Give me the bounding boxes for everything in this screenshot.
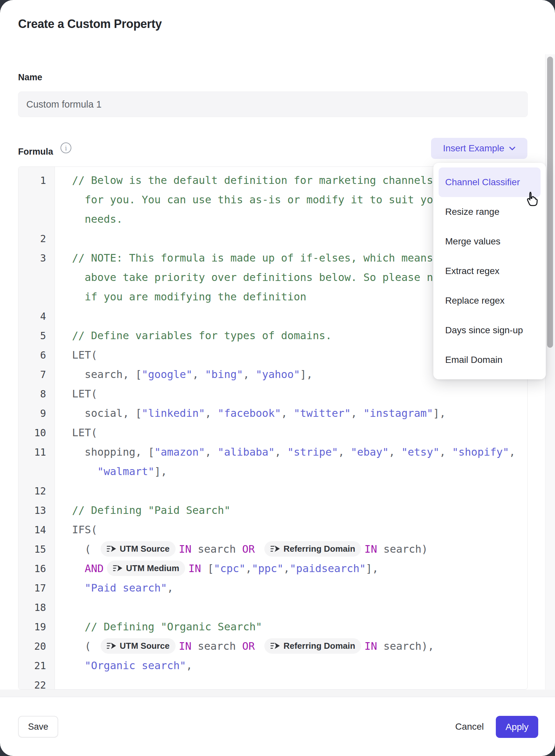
menu-item-merge-values[interactable]: Merge values (439, 227, 541, 256)
event-property-icon (270, 545, 280, 553)
property-chip-label: UTM Source (120, 539, 170, 559)
code-row[interactable]: 16AND UTM MediumIN ["cpc","ppc","paidsea… (18, 559, 527, 579)
line-number: 21 (18, 656, 54, 675)
line-number: 9 (18, 404, 54, 423)
line-number: 16 (18, 559, 54, 579)
line-number: 18 (18, 598, 54, 617)
line-number: 12 (18, 481, 54, 501)
code-line-content (54, 481, 527, 501)
event-property-icon (113, 564, 123, 572)
line-number: 13 (18, 501, 54, 520)
hand-cursor-icon (524, 191, 540, 208)
code-line-content: shopping, ["amazon", "alibaba", "stripe"… (54, 442, 527, 462)
code-row[interactable]: "walmart"], (18, 462, 527, 481)
menu-item-replace-regex[interactable]: Replace regex (439, 286, 541, 316)
code-row[interactable]: 18 (18, 598, 527, 617)
line-number (18, 287, 54, 307)
code-line-content: IFS( (54, 520, 527, 540)
code-row[interactable]: 17"Paid search", (18, 579, 527, 598)
property-chip-label: UTM Source (120, 636, 170, 656)
line-number (18, 190, 54, 209)
code-row[interactable]: 15( UTM SourceIN search OR Referring Dom… (18, 540, 527, 559)
modal-backdrop: Create a Custom Property Name Custom for… (0, 0, 555, 756)
code-line-content (54, 598, 527, 617)
insert-example-label: Insert Example (443, 143, 504, 154)
code-row[interactable]: 11shopping, ["amazon", "alibaba", "strip… (18, 442, 527, 462)
line-number: 22 (18, 675, 54, 689)
menu-item-extract-regex[interactable]: Extract regex (439, 256, 541, 286)
info-icon[interactable]: i (60, 143, 71, 153)
line-number: 4 (18, 307, 54, 326)
property-chip-label: Referring Domain (284, 636, 355, 656)
line-number (18, 268, 54, 287)
code-row[interactable]: 13// Defining "Paid Search" (18, 501, 527, 520)
vertical-scrollbar-track[interactable] (545, 54, 555, 689)
event-property-icon (270, 641, 280, 650)
code-line-content: LET( (54, 423, 527, 442)
line-number (18, 462, 54, 481)
line-number: 11 (18, 442, 54, 462)
code-line-content: ( UTM SourceIN search OR Referring Domai… (54, 540, 527, 559)
line-number: 15 (18, 540, 54, 559)
property-chip-label: Referring Domain (284, 539, 355, 559)
code-line-content: LET( (54, 384, 527, 404)
chevron-down-icon (509, 147, 516, 151)
code-line-content (54, 675, 527, 689)
code-row[interactable]: 10LET( (18, 423, 527, 442)
line-number: 10 (18, 423, 54, 442)
name-input[interactable]: Custom formula 1 (18, 91, 528, 117)
line-number: 19 (18, 617, 54, 637)
property-chip[interactable]: UTM Source (100, 638, 176, 654)
code-row[interactable]: 12 (18, 481, 527, 501)
code-line-content: social, ["linkedin", "facebook", "twitte… (54, 404, 527, 423)
line-number (18, 209, 54, 229)
formula-label: Formula (18, 147, 53, 157)
code-line-content: ( UTM SourceIN search OR Referring Domai… (54, 637, 527, 656)
code-row[interactable]: 20( UTM SourceIN search OR Referring Dom… (18, 637, 527, 656)
code-line-content: // Defining "Organic Search" (54, 617, 527, 637)
code-row[interactable]: 21"Organic search", (18, 656, 527, 675)
code-row[interactable]: 8LET( (18, 384, 527, 404)
content-bottom-divider (0, 689, 555, 697)
code-line-content: // Defining "Paid Search" (54, 501, 527, 520)
code-line-content: "Organic search", (54, 656, 527, 675)
page-title: Create a Custom Property (18, 17, 162, 31)
event-property-icon (106, 545, 116, 553)
line-number: 3 (18, 248, 54, 268)
property-chip-label: UTM Medium (126, 559, 179, 578)
vertical-scrollbar-thumb[interactable] (547, 56, 553, 348)
line-number: 2 (18, 229, 54, 248)
code-row[interactable]: 9social, ["linkedin", "facebook", "twitt… (18, 404, 527, 423)
line-number: 7 (18, 365, 54, 384)
line-number: 5 (18, 326, 54, 346)
line-number: 8 (18, 384, 54, 404)
create-custom-property-modal: Create a Custom Property Name Custom for… (0, 0, 555, 756)
property-chip[interactable]: Referring Domain (264, 638, 361, 654)
property-chip[interactable]: UTM Medium (107, 561, 185, 576)
code-line-content: "walmart"], (54, 462, 527, 481)
apply-button[interactable]: Apply (496, 716, 538, 738)
name-field-label: Name (18, 72, 42, 83)
code-row[interactable]: 14IFS( (18, 520, 527, 540)
line-number: 20 (18, 637, 54, 656)
menu-item-days-since-sign-up[interactable]: Days since sign-up (439, 316, 541, 345)
menu-item-email-domain[interactable]: Email Domain (439, 345, 541, 375)
code-line-content: AND UTM MediumIN ["cpc","ppc","paidsearc… (54, 559, 527, 579)
property-chip[interactable]: Referring Domain (264, 541, 361, 557)
property-chip[interactable]: UTM Source (100, 541, 176, 557)
insert-example-button[interactable]: Insert Example (431, 138, 527, 159)
line-number: 6 (18, 346, 54, 365)
code-row[interactable]: 19// Defining "Organic Search" (18, 617, 527, 637)
save-button[interactable]: Save (18, 716, 58, 738)
cancel-button[interactable]: Cancel (449, 716, 490, 738)
line-number: 14 (18, 520, 54, 540)
event-property-icon (106, 641, 116, 650)
code-row[interactable]: 22 (18, 675, 527, 689)
line-number: 17 (18, 579, 54, 598)
name-input-value: Custom formula 1 (26, 99, 101, 110)
code-line-content: "Paid search", (54, 579, 527, 598)
line-number: 1 (18, 171, 54, 190)
